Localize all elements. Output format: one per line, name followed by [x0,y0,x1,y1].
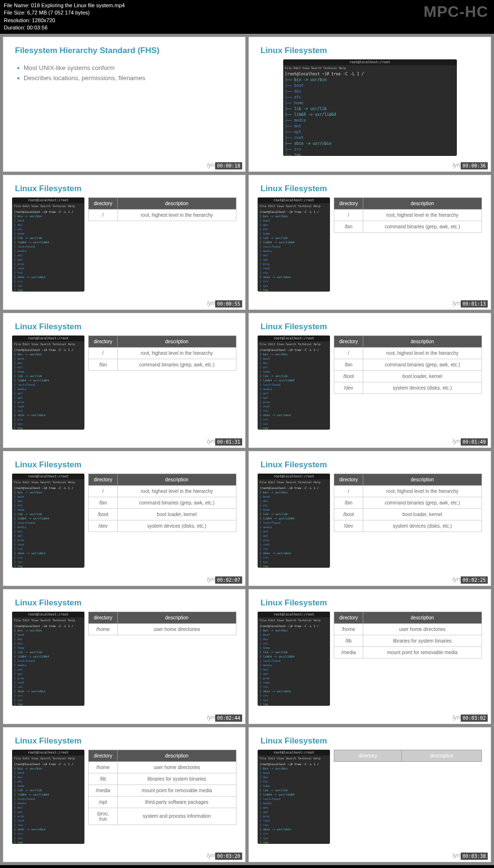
slide-title: Linux Filesystem [3,313,245,336]
table-row: /mediamount point for removable media [89,784,236,796]
table-row: /bincommand binaries (grep, awk, etc.) [334,497,482,508]
thumbnail[interactable]: Filesystem Hierarchy Standard (FHS) Most… [3,37,246,172]
timestamp: 00:01:49 [461,438,488,446]
table-row: /devsystem devices (disks, etc.) [334,520,482,532]
timestamp: 00:00:36 [461,162,488,169]
thumbnail[interactable]: Linux Filesystem root@localhost:/root Fi… [248,37,491,172]
timestamp: 00:00:55 [215,300,242,308]
terminal-window: root@localhost:/root File Edit View Sear… [12,197,84,292]
timestamp: 00:02:25 [461,576,488,584]
terminal-body: [root@localhost ~]# tree -C -L 1 / ├── b… [283,70,457,156]
thumbnail[interactable]: Linux Filesystem root@localhost:/root Fi… [3,175,246,310]
directory-table: directorydescription [334,750,482,762]
thumbnail[interactable]: Linux Filesystem root@localhost:/root Fi… [3,451,246,586]
terminal-window: root@localhost:/root File Edit View Sear… [258,750,330,844]
slide-title: Linux Filesystem [3,175,245,197]
thumbnail-grid: Filesystem Hierarchy Standard (FHS) Most… [0,34,494,865]
terminal-window: root@localhost:/root File Edit View Sear… [12,750,84,844]
terminal-window: root@localhost:/root File Edit View Sear… [258,336,330,430]
slide-title: Linux Filesystem [3,589,245,612]
timestamp: 00:03:38 [461,853,488,860]
directory-table: directorydescription /root, highest leve… [88,197,236,221]
duration: 00:03:56 [27,25,48,30]
thumbnail[interactable]: Linux Filesystem root@localhost:/root Fi… [248,451,491,586]
table-row: /root, highest level in the hierarchy [89,347,236,359]
directory-table: directorydescription /homeuser home dire… [88,750,236,825]
table-row: /root, highest level in the hierarchy [89,209,236,221]
thumbnail[interactable]: Linux Filesystem root@localhost:/root Fi… [248,313,491,448]
table-row: /bootboot loader, kernel [89,508,236,520]
file-info-header: File Name: 018 Exploring the Linux file … [0,0,494,34]
table-row: /root, highest level in the hierarchy [334,485,482,497]
table-row: /liblibraries for system binaries [89,773,236,784]
timestamp: 00:01:13 [461,300,488,308]
terminal-window: root@localhost:/root File Edit View Sear… [258,612,330,706]
bullet-item: Most UNIX-like systems conform [17,64,232,71]
terminal-window: root@localhost:/root File Edit View Sear… [258,474,330,568]
directory-table: directorydescription /root, highest leve… [334,336,482,394]
directory-table: directorydescription /root, highest leve… [88,474,236,532]
thumbnail[interactable]: Linux Filesystem root@localhost:/root Fi… [248,589,491,724]
table-row: /devsystem devices (disks, etc.) [89,520,236,532]
table-row: /bootboot loader, kernel [334,370,482,382]
thumbnail[interactable]: Linux Filesystem root@localhost:/root Fi… [3,727,246,862]
slide-title: Linux Filesystem [249,313,491,336]
terminal-window: root@localhost:/root File Edit View Sear… [12,612,84,706]
terminal-window: root@localhost:/root File Edit View Sear… [283,59,457,156]
table-row: /bincommand binaries (grep, awk, etc.) [89,497,236,508]
terminal-window: root@localhost:/root File Edit View Sear… [12,474,84,568]
table-row: /homeuser home directories [89,623,236,635]
table-row: /bootboot loader, kernel [334,508,482,520]
table-row: /bincommand binaries (grep, awk, etc.) [334,359,482,370]
timestamp: 00:02:07 [215,576,242,584]
slide-title: Linux Filesystem [249,37,491,59]
slide-title: Linux Filesystem [249,175,491,197]
table-row: /bincommand binaries (grep, awk, etc.) [334,221,482,232]
table-row: /mediamount point for removable media [334,646,482,658]
thumbnail[interactable]: Linux Filesystem root@localhost:/root Fi… [3,313,246,448]
slide-title: Filesystem Hierarchy Standard (FHS) [3,37,245,59]
table-row: /devsystem devices (disks, etc.) [334,382,482,393]
bullet-item: Describes locations, permissions, filena… [17,74,232,82]
directory-table: directorydescription /root, highest leve… [334,474,482,532]
timestamp: 00:02:44 [215,714,242,722]
directory-table: directorydescription /root, highest leve… [334,197,482,233]
slide-title: Linux Filesystem [249,589,491,612]
terminal-window: root@localhost:/root File Edit View Sear… [12,336,84,430]
thumbnail[interactable]: Linux Filesystem root@localhost:/root Fi… [248,727,491,862]
table-row: /root, highest level in the hierarchy [89,485,236,497]
table-row: /root, highest level in the hierarchy [334,209,482,221]
slide-title: Linux Filesystem [3,451,245,474]
slide-title: Linux Filesystem [249,728,491,750]
terminal-window: root@localhost:/root File Edit View Sear… [258,197,330,292]
directory-table: directorydescription /homeuser home dire… [88,612,236,635]
table-row: /liblibraries for system binaries [334,635,482,646]
timestamp: 00:03:20 [215,853,242,860]
thumbnail[interactable]: Linux Filesystem root@localhost:/root Fi… [3,589,246,724]
directory-table: directorydescription /homeuser home dire… [334,612,482,658]
filesize: 6,72 MB (7 052 174 bytes) [27,10,90,15]
thumbnail[interactable]: Linux Filesystem root@localhost:/root Fi… [248,175,491,310]
app-logo: MPC-HC [424,3,488,21]
slide-title: Linux Filesystem [249,451,491,474]
filename: 018 Exploring the Linux file system.mp4 [31,2,124,8]
table-row: /optthird-party software packages [89,796,236,808]
timestamp: 00:01:31 [215,438,242,446]
table-row: /bincommand binaries (grep, awk, etc.) [89,359,236,370]
table-row: /root, highest level in the hierarchy [334,347,482,359]
table-row: /homeuser home directories [334,623,482,635]
directory-table: directorydescription /root, highest leve… [88,336,236,371]
timestamp: 00:03:02 [461,714,488,722]
table-row: /homeuser home directories [89,761,236,773]
resolution: 1280x720 [32,17,55,23]
timestamp: 00:00:18 [215,162,242,169]
table-row: /proc, /runsystem and process informatio… [89,808,236,825]
slide-title: Linux Filesystem [3,728,245,750]
